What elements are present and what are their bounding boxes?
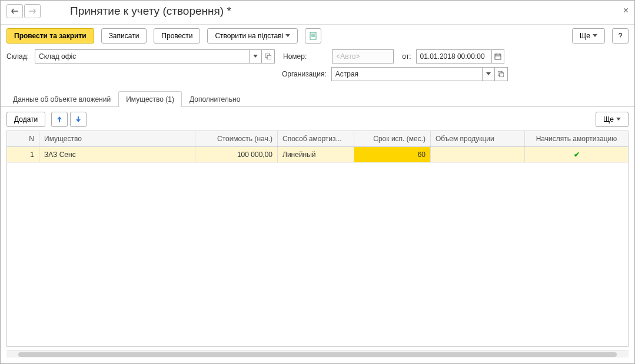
cell-cost[interactable]: 100 000,00	[195, 147, 278, 162]
org-label: Организация:	[282, 70, 327, 78]
svg-rect-0	[310, 32, 316, 39]
chevron-down-icon	[616, 118, 621, 121]
arrow-right-icon	[29, 8, 36, 14]
date-label: от:	[402, 52, 411, 61]
tab-content: Додати Ще N Имущество Стоимость (нач.) С	[1, 107, 634, 363]
more-label: Ще	[580, 32, 590, 40]
move-up-button[interactable]	[51, 112, 68, 127]
cell-n[interactable]: 1	[7, 147, 39, 162]
number-input[interactable]: <Авто>	[332, 49, 394, 64]
cell-amort[interactable]: ✔	[525, 147, 628, 162]
check-icon: ✔	[574, 151, 580, 159]
tab-more-button[interactable]: Ще	[596, 112, 629, 127]
col-method[interactable]: Способ амортиз...	[278, 131, 354, 146]
tab-more-label: Ще	[603, 115, 614, 123]
tabs: Данные об объекте вложений Имущество (1)…	[1, 91, 634, 107]
add-button[interactable]: Додати	[6, 112, 45, 127]
arrow-up-icon	[56, 116, 62, 122]
svg-rect-11	[500, 73, 504, 77]
post-and-close-button[interactable]: Провести та закрити	[6, 28, 94, 44]
form-area: Склад: Склад офіс Номер: <Авто> от: 01.0…	[1, 47, 634, 91]
create-based-on-label: Створити на підставі	[215, 32, 283, 40]
forward-button[interactable]	[24, 4, 41, 18]
col-volume[interactable]: Объем продукции	[431, 131, 525, 146]
create-based-on-button[interactable]: Створити на підставі	[207, 28, 298, 44]
grid-header: N Имущество Стоимость (нач.) Способ амор…	[7, 131, 628, 147]
tab-property[interactable]: Имущество (1)	[118, 91, 182, 107]
arrow-left-icon	[11, 8, 18, 14]
open-icon[interactable]	[495, 67, 508, 81]
tab-object-data[interactable]: Данные об объекте вложений	[5, 91, 118, 107]
calendar-icon[interactable]	[491, 49, 504, 64]
titlebar: Принятие к учету (створення) *	[1, 1, 634, 25]
scrollbar-thumb[interactable]	[18, 352, 617, 357]
dropdown-icon[interactable]	[249, 49, 262, 64]
save-button[interactable]: Записати	[101, 28, 147, 44]
app-window: × Принятие к учету (створення) * Провест…	[0, 0, 635, 364]
date-input[interactable]: 01.01.2018 00:00:00	[416, 49, 491, 64]
chevron-down-icon	[285, 34, 290, 38]
cell-term[interactable]: 60	[354, 147, 431, 162]
svg-rect-6	[495, 54, 501, 59]
help-button[interactable]: ?	[612, 28, 629, 44]
document-button[interactable]	[305, 28, 321, 44]
close-icon[interactable]: ×	[623, 5, 629, 16]
col-n[interactable]: N	[7, 131, 39, 146]
org-input[interactable]: Астрая	[331, 67, 482, 81]
col-name[interactable]: Имущество	[39, 131, 195, 146]
cell-volume[interactable]	[431, 147, 525, 162]
col-term[interactable]: Срок исп. (мес.)	[354, 131, 431, 146]
arrow-down-icon	[75, 116, 81, 122]
open-icon[interactable]	[262, 49, 275, 64]
post-button[interactable]: Провести	[154, 28, 200, 44]
chevron-down-icon	[593, 34, 597, 38]
warehouse-label: Склад:	[6, 52, 30, 61]
main-toolbar: Провести та закрити Записати Провести Ст…	[1, 25, 634, 47]
cell-method[interactable]: Линейный	[278, 147, 354, 162]
number-label: Номер:	[283, 52, 307, 61]
page-title: Принятие к учету (створення) *	[70, 5, 231, 18]
more-button[interactable]: Ще	[572, 28, 605, 44]
tab-additional[interactable]: Дополнительно	[182, 91, 248, 107]
col-cost[interactable]: Стоимость (нач.)	[195, 131, 278, 146]
back-button[interactable]	[6, 4, 23, 18]
property-grid: N Имущество Стоимость (нач.) Способ амор…	[6, 131, 629, 347]
warehouse-input[interactable]: Склад офіс	[35, 49, 249, 64]
cell-name[interactable]: ЗАЗ Сенс	[39, 147, 195, 162]
svg-rect-5	[267, 55, 271, 59]
document-icon	[309, 32, 317, 40]
horizontal-scrollbar[interactable]	[6, 350, 629, 358]
grid-body[interactable]: 1 ЗАЗ Сенс 100 000,00 Линейный 60 ✔	[7, 147, 628, 346]
col-amort[interactable]: Начислять амортизацию	[525, 131, 628, 146]
dropdown-icon[interactable]	[482, 67, 495, 81]
move-down-button[interactable]	[70, 112, 87, 127]
table-row[interactable]: 1 ЗАЗ Сенс 100 000,00 Линейный 60 ✔	[7, 147, 628, 163]
